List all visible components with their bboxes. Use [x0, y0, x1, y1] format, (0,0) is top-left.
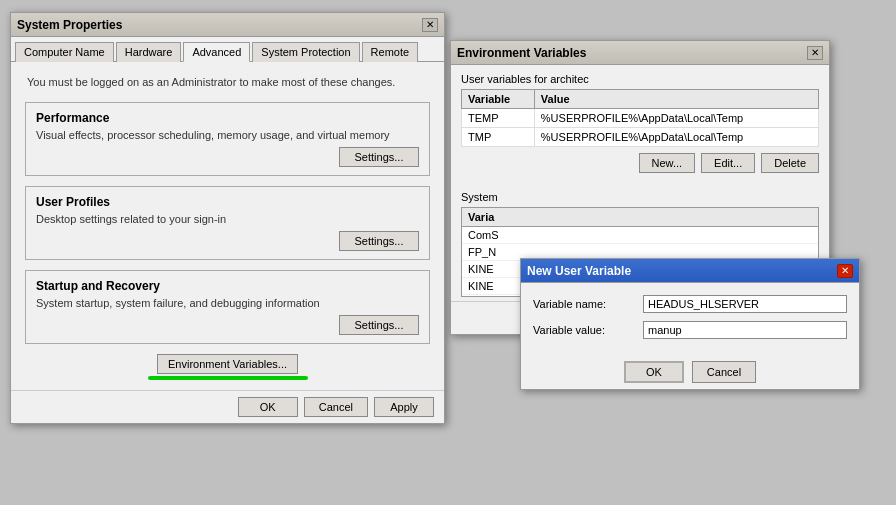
var-name-row: Variable name:: [521, 295, 859, 313]
user-vars-delete-button[interactable]: Delete: [761, 153, 819, 173]
env-variables-titlebar: Environment Variables ✕: [451, 41, 829, 65]
env-variables-title: Environment Variables: [457, 46, 586, 60]
new-user-variable-window: New User Variable ✕ Variable name: Varia…: [520, 258, 860, 390]
new-var-cancel-button[interactable]: Cancel: [692, 361, 756, 383]
system-properties-titlebar: System Properties ✕: [11, 13, 444, 37]
tab-advanced[interactable]: Advanced: [183, 42, 250, 62]
system-properties-title: System Properties: [17, 18, 122, 32]
var-value-row: Variable value:: [521, 321, 859, 339]
system-properties-window: System Properties ✕ Computer Name Hardwa…: [10, 12, 445, 424]
system-properties-buttons: OK Cancel Apply: [11, 390, 444, 423]
new-var-content: Variable name: Variable value:: [521, 283, 859, 355]
performance-settings-button[interactable]: Settings...: [339, 147, 419, 167]
col-value-header: Value: [534, 90, 818, 109]
table-row[interactable]: TEMP %USERPROFILE%\AppData\Local\Temp: [462, 109, 819, 128]
user-profiles-title: User Profiles: [36, 195, 419, 209]
startup-recovery-section: Startup and Recovery System startup, sys…: [25, 270, 430, 344]
tab-system-protection[interactable]: System Protection: [252, 42, 359, 62]
user-vars-label: User variables for architec: [461, 73, 819, 85]
sys-col-variable-header: Varia: [462, 208, 740, 227]
new-var-close-button[interactable]: ✕: [837, 264, 853, 278]
var-name-input[interactable]: [643, 295, 847, 313]
user-var-tmp-value: %USERPROFILE%\AppData\Local\Temp: [534, 128, 818, 147]
table-row[interactable]: TMP %USERPROFILE%\AppData\Local\Temp: [462, 128, 819, 147]
user-var-temp-value: %USERPROFILE%\AppData\Local\Temp: [534, 109, 818, 128]
performance-desc: Visual effects, processor scheduling, me…: [36, 129, 419, 141]
system-properties-cancel-button[interactable]: Cancel: [304, 397, 368, 417]
startup-recovery-title: Startup and Recovery: [36, 279, 419, 293]
performance-title: Performance: [36, 111, 419, 125]
user-var-tmp-name: TMP: [462, 128, 535, 147]
user-profiles-desc: Desktop settings related to your sign-in: [36, 213, 419, 225]
tab-hardware[interactable]: Hardware: [116, 42, 182, 62]
startup-recovery-settings-button[interactable]: Settings...: [339, 315, 419, 335]
user-var-temp-name: TEMP: [462, 109, 535, 128]
sys-col-value-header: [740, 208, 818, 227]
table-row[interactable]: ComS: [462, 227, 818, 244]
user-profiles-settings-button[interactable]: Settings...: [339, 231, 419, 251]
user-vars-new-button[interactable]: New...: [639, 153, 696, 173]
var-name-label: Variable name:: [533, 298, 643, 310]
var-value-label: Variable value:: [533, 324, 643, 336]
admin-note: You must be logged on as an Administrato…: [25, 72, 430, 92]
system-properties-close-button[interactable]: ✕: [422, 18, 438, 32]
system-properties-tabs: Computer Name Hardware Advanced System P…: [11, 37, 444, 62]
env-variables-close-button[interactable]: ✕: [807, 46, 823, 60]
user-vars-section: User variables for architec Variable Val…: [451, 65, 829, 181]
tab-computer-name[interactable]: Computer Name: [15, 42, 114, 62]
env-button-highlight: [148, 376, 308, 380]
tab-remote[interactable]: Remote: [362, 42, 419, 62]
user-vars-edit-button[interactable]: Edit...: [701, 153, 755, 173]
system-properties-apply-button[interactable]: Apply: [374, 397, 434, 417]
performance-section: Performance Visual effects, processor sc…: [25, 102, 430, 176]
system-properties-ok-button[interactable]: OK: [238, 397, 298, 417]
system-properties-content: You must be logged on as an Administrato…: [11, 62, 444, 390]
environment-variables-button[interactable]: Environment Variables...: [157, 354, 298, 374]
col-variable-header: Variable: [462, 90, 535, 109]
sys-var-coms: ComS: [462, 227, 740, 244]
startup-recovery-desc: System startup, system failure, and debu…: [36, 297, 419, 309]
new-var-ok-button[interactable]: OK: [624, 361, 684, 383]
var-value-input[interactable]: [643, 321, 847, 339]
new-var-buttons: OK Cancel: [521, 355, 859, 389]
new-var-title: New User Variable: [527, 264, 631, 278]
sys-vars-label: System: [461, 191, 819, 203]
user-profiles-section: User Profiles Desktop settings related t…: [25, 186, 430, 260]
user-vars-table: Variable Value TEMP %USERPROFILE%\AppDat…: [461, 89, 819, 147]
new-var-titlebar: New User Variable ✕: [521, 259, 859, 283]
user-vars-buttons: New... Edit... Delete: [461, 153, 819, 173]
